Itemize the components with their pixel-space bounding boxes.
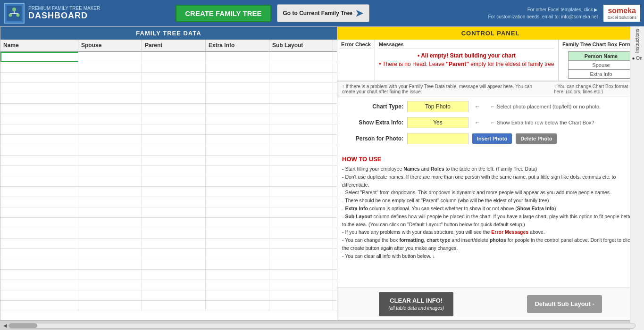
main-content: FAMILY TREE DATA Name Spouse Parent Extr… — [0, 26, 644, 321]
cell-name[interactable] — [0, 270, 78, 280]
table-row[interactable] — [0, 83, 337, 93]
person-photo-input[interactable] — [407, 133, 468, 144]
table-row[interactable] — [0, 93, 337, 104]
person-photo-label: Person for Photo: — [342, 135, 403, 142]
goto-label: Go to Current Family Tree — [283, 10, 352, 16]
how-to-line-2: - Don't use duplicate names. If there ar… — [342, 173, 639, 189]
clear-btn-line2: (all table data and images) — [388, 305, 444, 312]
chart-preview-person-name: Person Name — [569, 52, 634, 61]
cell-parent-1[interactable] — [142, 52, 206, 62]
table-row[interactable] — [0, 207, 337, 218]
cell-name[interactable] — [0, 176, 78, 186]
cell-name[interactable] — [0, 114, 78, 124]
cell-name[interactable] — [0, 239, 78, 248]
cell-name[interactable] — [0, 197, 78, 207]
horizontal-scrollbar[interactable] — [8, 323, 636, 329]
cell-extra-1[interactable] — [206, 52, 269, 62]
message-line1: • All empty! Start building your chart — [379, 51, 554, 60]
col-header-spouse: Spouse — [78, 40, 142, 51]
cell-name[interactable] — [0, 73, 78, 82]
table-row[interactable] — [0, 249, 337, 259]
cell-name[interactable] — [0, 290, 78, 300]
col-header-extra: Extra Info — [206, 40, 269, 51]
clear-btn-line1: CLEAR ALL INFO! — [388, 297, 444, 305]
table-row[interactable] — [0, 197, 337, 207]
table-row[interactable] — [0, 104, 337, 114]
create-family-tree-button[interactable]: CREATE FAMILY TREE — [176, 5, 271, 22]
cell-spouse-1[interactable] — [78, 52, 142, 62]
messages-label: Messages — [379, 41, 554, 49]
col-header-sub: Sub Layout — [269, 40, 333, 51]
messages-col: Messages • All empty! Start building you… — [375, 40, 559, 81]
cell-name[interactable] — [0, 218, 78, 228]
chart-type-input[interactable] — [407, 101, 468, 112]
cell-name[interactable] — [0, 62, 78, 72]
control-panel-header: CONTROL PANEL — [337, 27, 644, 40]
scroll-left-arrow[interactable]: ◀ — [2, 323, 8, 328]
table-row[interactable] — [0, 259, 337, 270]
cell-name[interactable] — [0, 145, 78, 155]
instructions-toggle[interactable]: ● On — [632, 56, 642, 61]
table-row[interactable] — [0, 73, 337, 83]
cell-name-1[interactable] — [0, 52, 78, 62]
cell-name[interactable] — [0, 228, 78, 238]
chart-type-note: ← Select photo placement (top/left) or n… — [490, 104, 601, 109]
scrollbar-thumb[interactable] — [9, 323, 37, 328]
cell-name[interactable] — [0, 301, 78, 311]
table-row[interactable] — [0, 239, 337, 249]
instructions-label: Instructions — [635, 29, 640, 53]
left-panel: FAMILY TREE DATA Name Spouse Parent Extr… — [0, 26, 337, 321]
table-row[interactable] — [0, 145, 337, 156]
table-row[interactable] — [0, 114, 337, 124]
table-row[interactable] — [0, 187, 337, 197]
logo-text: PREMIUM FAMILY TREE MAKER DASHBOARD — [28, 6, 100, 21]
table-row[interactable] — [0, 270, 337, 280]
table-row[interactable] — [0, 156, 337, 166]
chart-preview-extra: Extra Info — [569, 70, 634, 78]
cell-name[interactable] — [0, 83, 78, 93]
table-row[interactable] — [0, 228, 337, 239]
cell-name[interactable] — [0, 249, 78, 259]
cell-name[interactable] — [0, 156, 78, 165]
delete-photo-button[interactable]: Delete Photo — [516, 133, 557, 144]
right-panel: CONTROL PANEL Error Check Messages • All… — [337, 26, 644, 321]
table-header: Name Spouse Parent Extra Info Sub Layout — [0, 40, 337, 52]
header-right: For other Excel templates, click ▶ For c… — [488, 5, 640, 22]
how-to-line-7: - If you have any problems with your dat… — [342, 228, 639, 236]
how-to-line-6: - Sub Layout column defines how will peo… — [342, 213, 639, 229]
table-row[interactable] — [0, 218, 337, 228]
cell-name[interactable] — [0, 135, 78, 145]
table-row[interactable] — [0, 166, 337, 176]
how-to-line-8: - You can change the box formatting, cha… — [342, 236, 639, 252]
show-extra-input[interactable] — [407, 117, 468, 128]
svg-point-1 — [12, 8, 16, 11]
clear-all-button[interactable]: CLEAR ALL INFO! (all table data and imag… — [379, 292, 453, 316]
cell-name[interactable] — [0, 280, 78, 290]
cell-name[interactable] — [0, 93, 78, 103]
info-note-left: ↑ If there is a problem with your Family… — [342, 84, 540, 94]
cell-sub-1[interactable] — [269, 52, 333, 62]
table-row[interactable] — [0, 280, 337, 290]
how-to-use: HOW TO USE - Start filling your employee… — [337, 153, 644, 288]
table-row[interactable] — [0, 62, 337, 73]
goto-current-tree-button[interactable]: Go to Current Family Tree ➤ — [277, 4, 369, 22]
cell-name[interactable] — [0, 187, 78, 197]
cell-name[interactable] — [0, 259, 78, 269]
table-row[interactable] — [0, 301, 337, 311]
arrow-icon: ← — [474, 119, 481, 126]
message-content: • All empty! Start building your chart •… — [379, 51, 554, 68]
table-row[interactable] — [0, 52, 337, 62]
table-row[interactable] — [0, 176, 337, 187]
someka-brand: someka — [608, 7, 636, 15]
cell-name[interactable] — [0, 124, 78, 134]
on-label: ● On — [632, 56, 642, 61]
brand-subtitle: PREMIUM FAMILY TREE MAKER — [28, 6, 100, 11]
cell-name[interactable] — [0, 104, 78, 114]
table-row[interactable] — [0, 124, 337, 135]
default-sub-layout-button[interactable]: Default Sub Layout - — [527, 295, 602, 313]
table-row[interactable] — [0, 290, 337, 301]
insert-photo-button[interactable]: Insert Photo — [472, 133, 512, 144]
table-row[interactable] — [0, 135, 337, 145]
cell-name[interactable] — [0, 207, 78, 217]
cell-name[interactable] — [0, 166, 78, 176]
